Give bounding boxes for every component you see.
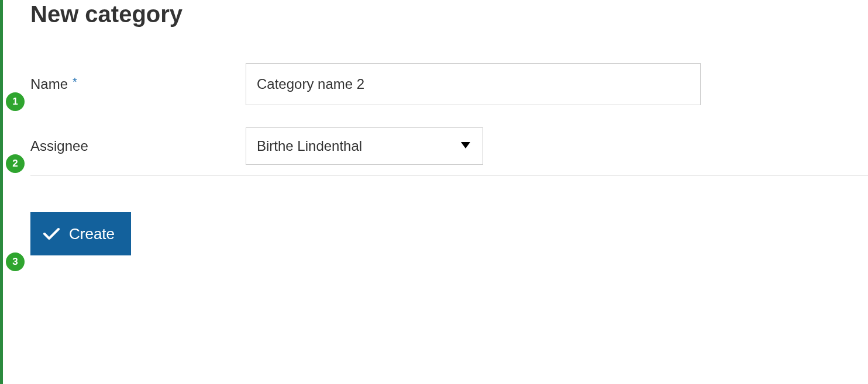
- name-label: Name *: [30, 76, 246, 92]
- assignee-select[interactable]: Birthe Lindenthal: [246, 127, 483, 165]
- create-button-label: Create: [69, 225, 115, 243]
- name-row: Name *: [30, 63, 868, 105]
- annotation-badge-1: 1: [6, 92, 25, 111]
- form-actions: Create: [30, 212, 868, 255]
- assignee-selected-value: Birthe Lindenthal: [257, 138, 362, 154]
- name-input[interactable]: [246, 63, 701, 105]
- assignee-row: Assignee Birthe Lindenthal: [30, 127, 868, 165]
- assignee-label-text: Assignee: [30, 138, 88, 154]
- page-title: New category: [30, 0, 868, 28]
- name-label-text: Name: [30, 76, 68, 92]
- create-button[interactable]: Create: [30, 212, 131, 255]
- divider: [30, 175, 868, 176]
- annotation-badge-2: 2: [6, 154, 25, 173]
- check-icon: [43, 227, 60, 240]
- annotation-badge-3: 3: [6, 252, 25, 271]
- new-category-form: Name * Assignee Birthe Lindenthal: [30, 63, 868, 255]
- form-container: New category Name * Assignee Birthe Lind…: [0, 0, 868, 255]
- assignee-label: Assignee: [30, 138, 246, 154]
- required-indicator: *: [73, 75, 77, 89]
